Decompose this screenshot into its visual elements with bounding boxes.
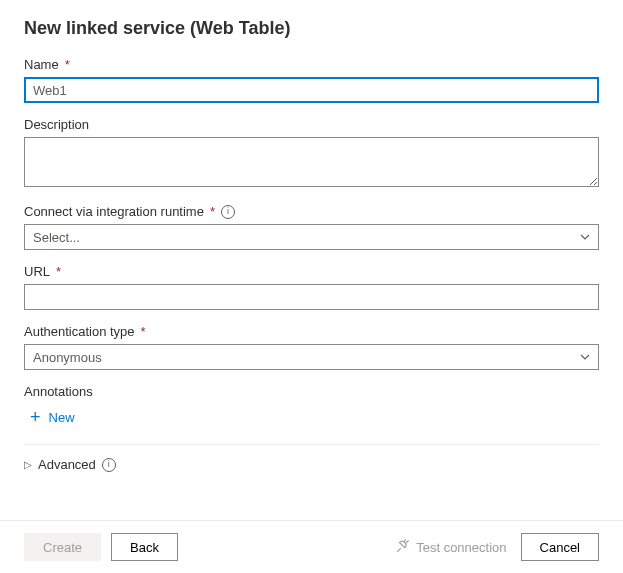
field-name: Name * bbox=[24, 57, 599, 103]
required-asterisk: * bbox=[210, 204, 215, 219]
description-label: Description bbox=[24, 117, 599, 132]
auth-label-text: Authentication type bbox=[24, 324, 135, 339]
plug-icon bbox=[396, 539, 410, 556]
name-label: Name * bbox=[24, 57, 599, 72]
runtime-select[interactable]: Select... bbox=[24, 224, 599, 250]
linked-service-form: New linked service (Web Table) Name * De… bbox=[0, 0, 623, 476]
field-auth: Authentication type * Anonymous bbox=[24, 324, 599, 370]
url-label-text: URL bbox=[24, 264, 50, 279]
auth-selected-value: Anonymous bbox=[33, 350, 102, 365]
required-asterisk: * bbox=[141, 324, 146, 339]
name-input[interactable] bbox=[24, 77, 599, 103]
info-icon[interactable]: i bbox=[102, 458, 116, 472]
name-label-text: Name bbox=[24, 57, 59, 72]
url-label: URL * bbox=[24, 264, 599, 279]
footer-bar: Create Back Test connection Cancel bbox=[0, 520, 623, 573]
description-input[interactable] bbox=[24, 137, 599, 187]
test-connection-button: Test connection bbox=[396, 539, 506, 556]
required-asterisk: * bbox=[65, 57, 70, 72]
footer-right: Test connection Cancel bbox=[396, 533, 599, 561]
add-annotation-label: New bbox=[49, 410, 75, 425]
field-url: URL * bbox=[24, 264, 599, 310]
field-description: Description bbox=[24, 117, 599, 190]
page-title: New linked service (Web Table) bbox=[24, 18, 599, 39]
info-icon[interactable]: i bbox=[221, 205, 235, 219]
runtime-selected-value: Select... bbox=[33, 230, 80, 245]
chevron-right-icon: ▷ bbox=[24, 459, 32, 470]
required-asterisk: * bbox=[56, 264, 61, 279]
auth-label: Authentication type * bbox=[24, 324, 599, 339]
auth-select[interactable]: Anonymous bbox=[24, 344, 599, 370]
test-connection-label: Test connection bbox=[416, 540, 506, 555]
plus-icon: + bbox=[30, 408, 41, 426]
create-button: Create bbox=[24, 533, 101, 561]
url-input[interactable] bbox=[24, 284, 599, 310]
add-annotation-button[interactable]: + New bbox=[30, 404, 75, 430]
annotations-label: Annotations bbox=[24, 384, 599, 399]
advanced-toggle[interactable]: ▷ Advanced i bbox=[24, 453, 116, 476]
runtime-label-text: Connect via integration runtime bbox=[24, 204, 204, 219]
chevron-down-icon bbox=[580, 232, 590, 242]
back-button[interactable]: Back bbox=[111, 533, 178, 561]
divider bbox=[24, 444, 599, 445]
footer-left: Create Back bbox=[24, 533, 178, 561]
advanced-label: Advanced bbox=[38, 457, 96, 472]
cancel-button[interactable]: Cancel bbox=[521, 533, 599, 561]
field-annotations: Annotations + New bbox=[24, 384, 599, 430]
chevron-down-icon bbox=[580, 352, 590, 362]
field-runtime: Connect via integration runtime * i Sele… bbox=[24, 204, 599, 250]
runtime-label: Connect via integration runtime * i bbox=[24, 204, 599, 219]
